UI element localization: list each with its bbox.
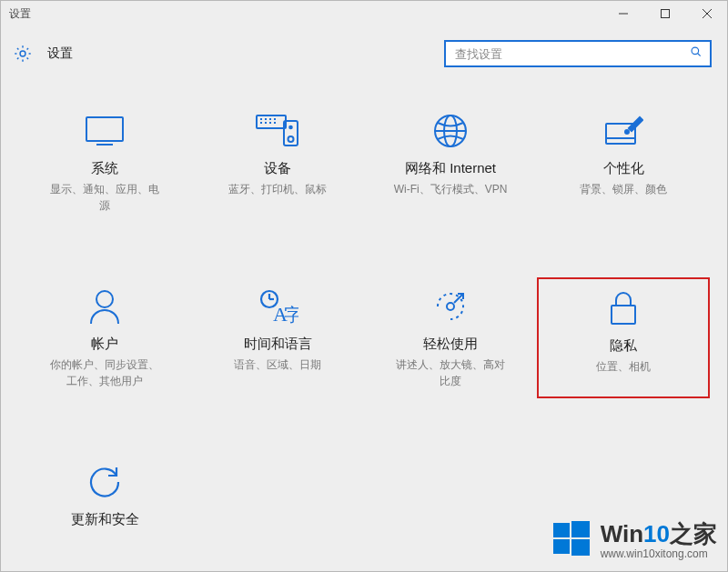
tile-subtitle: 你的帐户、同步设置、 工作、其他用户 — [50, 356, 159, 389]
svg-point-27 — [96, 291, 113, 307]
svg-point-5 — [692, 47, 699, 55]
tile-network[interactable]: 网络和 Internet Wi-Fi、飞行模式、VPN — [364, 102, 537, 223]
tile-ease-of-access[interactable]: 轻松使用 讲述人、放大镜、高对 比度 — [364, 277, 537, 398]
brand-prefix: Win — [601, 520, 643, 547]
search-container — [444, 40, 712, 67]
display-icon — [84, 111, 126, 151]
watermark-url: www.win10xitong.com — [601, 548, 717, 561]
search-box[interactable] — [444, 40, 712, 67]
svg-rect-1 — [662, 10, 670, 18]
tile-subtitle: 位置、相机 — [596, 358, 651, 375]
titlebar: 设置 — [0, 0, 728, 27]
search-icon — [690, 45, 703, 62]
window-controls — [602, 0, 728, 27]
tile-subtitle: 讲述人、放大镜、高对 比度 — [396, 356, 505, 389]
tile-subtitle: Wi-Fi、飞行模式、VPN — [394, 181, 508, 197]
brand-accent: 10 — [643, 520, 670, 547]
windows-logo-icon — [551, 519, 592, 563]
window-title: 设置 — [9, 6, 602, 22]
devices-icon — [255, 111, 300, 151]
maximize-button[interactable] — [644, 0, 686, 27]
svg-rect-37 — [571, 521, 590, 537]
globe-icon — [432, 111, 469, 151]
svg-point-33 — [447, 303, 454, 310]
person-icon — [88, 286, 121, 326]
settings-grid: 系统 显示、通知、应用、电 源 设备 蓝牙、打印机、鼠标 — [0, 75, 728, 541]
tile-update-security[interactable]: 更新和安全 — [18, 453, 191, 541]
ease-icon — [432, 286, 469, 326]
tile-personalization[interactable]: 个性化 背景、锁屏、颜色 — [537, 102, 710, 223]
close-button[interactable] — [686, 0, 728, 27]
svg-point-26 — [625, 130, 629, 134]
gear-icon — [13, 44, 33, 64]
tile-title: 轻松使用 — [423, 336, 478, 353]
svg-text:字: 字 — [284, 305, 298, 325]
tile-privacy[interactable]: 隐私 位置、相机 — [537, 277, 710, 398]
header: 设置 — [0, 27, 728, 75]
tile-title: 帐户 — [91, 336, 118, 353]
tile-system[interactable]: 系统 显示、通知、应用、电 源 — [18, 102, 191, 223]
search-input[interactable] — [453, 46, 690, 62]
tile-subtitle: 背景、锁屏、颜色 — [580, 181, 667, 197]
svg-point-4 — [20, 51, 25, 56]
tile-devices[interactable]: 设备 蓝牙、打印机、鼠标 — [191, 102, 364, 223]
tile-title: 更新和安全 — [71, 511, 139, 528]
watermark: Win10之家 www.win10xitong.com — [551, 519, 717, 563]
svg-rect-38 — [553, 539, 570, 554]
svg-line-6 — [698, 54, 701, 56]
minimize-button[interactable] — [602, 0, 644, 27]
tile-subtitle: 蓝牙、打印机、鼠标 — [228, 181, 327, 197]
svg-point-19 — [288, 136, 294, 142]
tile-title: 系统 — [91, 160, 118, 177]
tile-time-language[interactable]: A 字 时间和语言 语音、区域、日期 — [191, 277, 364, 398]
time-language-icon: A 字 — [257, 286, 298, 326]
tile-subtitle: 显示、通知、应用、电 源 — [50, 181, 159, 214]
tile-title: 隐私 — [610, 337, 637, 355]
page-title: 设置 — [47, 45, 73, 62]
update-icon — [86, 462, 123, 502]
svg-rect-7 — [86, 117, 123, 141]
tile-title: 时间和语言 — [244, 336, 312, 353]
svg-rect-35 — [612, 306, 635, 324]
paint-icon — [603, 111, 643, 151]
tile-title: 设备 — [264, 160, 291, 177]
svg-point-20 — [289, 126, 292, 129]
tile-title: 个性化 — [603, 160, 644, 177]
svg-rect-39 — [571, 539, 590, 556]
watermark-brand: Win10之家 — [601, 521, 717, 548]
brand-suffix: 之家 — [670, 520, 717, 547]
tile-accounts[interactable]: 帐户 你的帐户、同步设置、 工作、其他用户 — [18, 277, 191, 398]
tile-subtitle: 语音、区域、日期 — [234, 356, 321, 373]
tile-title: 网络和 Internet — [405, 160, 496, 177]
svg-rect-36 — [553, 523, 570, 537]
watermark-text: Win10之家 www.win10xitong.com — [601, 521, 717, 561]
lock-icon — [608, 288, 639, 328]
